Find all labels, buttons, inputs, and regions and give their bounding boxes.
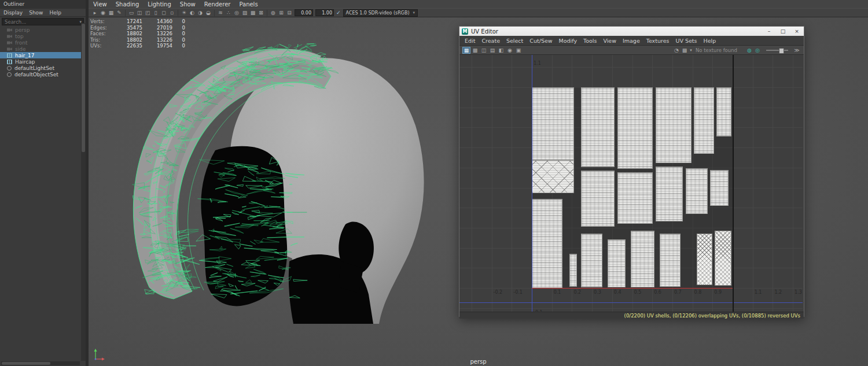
uv-checker-icon[interactable]: ▩	[471, 47, 479, 54]
textured-icon[interactable]: ⊠	[257, 9, 265, 16]
field-chart-icon[interactable]: ▫	[168, 9, 176, 16]
viewport-menu-view[interactable]: View	[93, 1, 107, 8]
uv-shell[interactable]	[656, 167, 683, 221]
outliner-vertical-scrollbar[interactable]	[81, 23, 86, 361]
outliner-item-persp[interactable]: persp	[0, 27, 86, 33]
outliner-item-defaultobjectset[interactable]: defaultObjectSet	[0, 71, 86, 77]
gate-mask-icon[interactable]: ◻	[160, 9, 168, 16]
outliner-menu-help[interactable]: Help	[49, 10, 61, 16]
color-management-checkbox[interactable]: ✓	[336, 10, 341, 16]
uv-borders-icon[interactable]: ◫	[480, 47, 488, 54]
depth-of-field-icon[interactable]: ◎	[233, 9, 241, 16]
ambient-occlusion-icon[interactable]: ◒	[204, 9, 212, 16]
uv-menu-modify[interactable]: Modify	[556, 38, 580, 44]
exposure-field[interactable]	[295, 9, 313, 16]
outliner-item-defaultlightset[interactable]: defaultLightSet	[0, 65, 86, 71]
uv-shell[interactable]	[697, 234, 712, 285]
gamma-field[interactable]	[315, 9, 334, 16]
checker-map-icon[interactable]: ▩	[681, 47, 689, 54]
uv-shell[interactable]	[581, 87, 615, 167]
image-dim-slider[interactable]	[766, 50, 788, 51]
grease-pencil-icon[interactable]: ✎	[115, 9, 123, 16]
camera-attributes-icon[interactable]: ▦	[107, 9, 115, 16]
viewport-menu-shading[interactable]: Shading	[116, 1, 139, 8]
split-view-icon[interactable]: ⊟	[285, 9, 293, 16]
colorspace-dropdown[interactable]: ACES 1.0 SDR-video (sRGB) ▾	[343, 9, 418, 17]
lock-camera-icon[interactable]: ◉	[99, 9, 107, 16]
wireframe-on-shaded-icon[interactable]: ▩	[249, 9, 257, 16]
dim-image-icon[interactable]: ◔	[672, 47, 681, 54]
close-button[interactable]: ×	[790, 28, 804, 34]
uv-shell[interactable]	[617, 172, 653, 224]
uv-menu-cut-sew[interactable]: Cut/Sew	[527, 38, 555, 44]
uv-shell[interactable]	[686, 168, 708, 214]
uv-menu-help[interactable]: Help	[701, 38, 719, 44]
viewport-menu-show[interactable]: Show	[180, 1, 196, 8]
scrollbar-thumb[interactable]	[2, 362, 50, 365]
anti-aliasing-icon[interactable]: ∴	[225, 9, 233, 16]
two-panes-icon[interactable]: ◫	[135, 9, 144, 16]
use-default-material-icon[interactable]: ◍	[269, 9, 277, 16]
uv-isolate-icon[interactable]: ▣	[514, 47, 523, 54]
uv-pinning-icon[interactable]: ◉	[506, 47, 514, 54]
uv-menu-textures[interactable]: Textures	[643, 38, 672, 44]
uv-menu-edit[interactable]: Edit	[462, 38, 478, 44]
expand-toolbar-icon[interactable]: ≫	[793, 47, 801, 54]
minimize-button[interactable]: –	[762, 28, 776, 34]
uv-menu-select[interactable]: Select	[503, 38, 526, 44]
uv-distortion-icon[interactable]: ▤	[488, 47, 496, 54]
uv-menu-create[interactable]: Create	[479, 38, 503, 44]
uv-shell[interactable]	[656, 87, 692, 163]
uv-menu-tools[interactable]: Tools	[580, 38, 599, 44]
maximize-button[interactable]: □	[776, 28, 790, 34]
uv-shell[interactable]	[710, 170, 729, 206]
image-plane-icon[interactable]: ▭	[127, 9, 135, 16]
uv-shell[interactable]	[716, 87, 731, 136]
uv-menu-uv-sets[interactable]: UV Sets	[672, 38, 700, 44]
shadows-icon[interactable]: ◑	[196, 9, 204, 16]
xray-icon[interactable]: ▨	[241, 9, 249, 16]
outliner-item-haircap[interactable]: Haircap	[0, 58, 86, 65]
viewport-menu-renderer[interactable]: Renderer	[204, 1, 231, 8]
uv-menu-view[interactable]: View	[600, 38, 619, 44]
uv-shell[interactable]	[617, 87, 653, 169]
uv-shell[interactable]	[660, 234, 681, 287]
scrollbar-thumb[interactable]	[82, 24, 85, 152]
slider-thumb[interactable]	[779, 48, 784, 54]
outliner-menu-display[interactable]: Display	[3, 10, 23, 16]
outliner-item-top[interactable]: top	[0, 33, 86, 39]
uv-shell[interactable]	[581, 171, 615, 227]
default-lighting-icon[interactable]: ◐	[188, 9, 196, 16]
uv-shell[interactable]	[631, 231, 654, 287]
outliner-menu-show[interactable]: Show	[29, 10, 43, 16]
film-gate-icon[interactable]: ◰	[144, 9, 152, 16]
search-input[interactable]	[2, 19, 79, 25]
uv-shell[interactable]	[608, 239, 626, 287]
select-camera-icon[interactable]: ▸	[91, 9, 99, 16]
uv-editor-titlebar[interactable]: M UV Editor – □ ×	[459, 27, 804, 36]
uv-menu-image[interactable]: Image	[620, 38, 643, 44]
outliner-item-hair-17[interactable]: hair_17	[0, 52, 86, 58]
outliner-item-front[interactable]: front	[0, 39, 86, 46]
uv-shell[interactable]	[715, 231, 731, 286]
uv-snapshot-icon[interactable]: ◍	[745, 47, 753, 54]
viewport-menu-lighting[interactable]: Lighting	[148, 1, 171, 8]
uv-texture-icon[interactable]: ◧	[497, 47, 505, 54]
uv-shell[interactable]	[532, 199, 562, 288]
uv-texture-view-icon[interactable]: ◎	[753, 47, 762, 54]
uv-shaded-icon[interactable]: ▦	[462, 47, 470, 54]
viewport-menu-panels[interactable]: Panels	[239, 1, 258, 8]
uv-shell[interactable]	[532, 160, 574, 193]
uv-canvas[interactable]: -0.2-0.10.10.20.30.40.50.60.70.80.91.11.…	[459, 55, 804, 312]
all-lights-icon[interactable]: ☀	[180, 9, 188, 16]
uv-shell[interactable]	[581, 234, 602, 287]
outliner-search[interactable]: ▾	[2, 18, 84, 25]
isolate-select-icon[interactable]: ⊞	[277, 9, 285, 16]
checker-dropdown-icon[interactable]: ▾	[689, 47, 693, 54]
outliner-horizontal-scrollbar[interactable]	[1, 361, 80, 365]
resolution-gate-icon[interactable]: ▯	[152, 9, 160, 16]
uv-shell[interactable]	[694, 87, 714, 154]
uv-shell[interactable]	[532, 87, 574, 160]
uv-shell[interactable]	[569, 254, 577, 287]
outliner-item-side[interactable]: side	[0, 46, 86, 52]
